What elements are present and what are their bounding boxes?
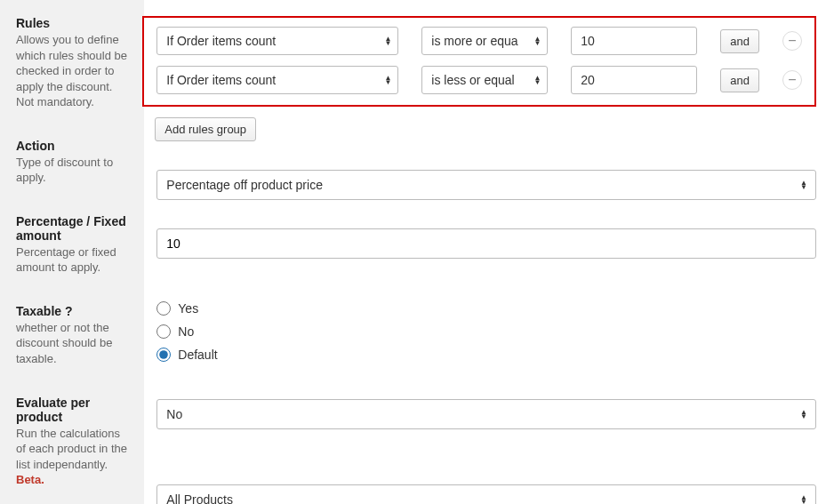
taxable-yes-label: Yes [178,301,198,316]
main-content: ▲▼ ▲▼ and − ▲▼ ▲▼ [144,0,834,504]
percentage-input[interactable] [156,228,816,259]
add-rules-group-button[interactable]: Add rules group [155,117,256,141]
sidebar-taxable-desc: whether or not the discount should be ta… [16,320,130,367]
rule-row: ▲▼ ▲▼ and − [156,66,802,94]
rule-join-button[interactable]: and [720,68,759,92]
rule-value-input[interactable] [571,27,697,55]
rule-join-button[interactable]: and [720,29,759,53]
sidebar-evaluate-desc: Run the calculations of each product in … [16,426,130,473]
rule-condition-select[interactable] [156,66,398,94]
rule-value-input[interactable] [571,66,697,94]
rule-row: ▲▼ ▲▼ and − [156,27,802,55]
sidebar-percentage-title: Percentage / Fixed amount [16,214,130,243]
products-list-select[interactable] [156,484,816,504]
sidebar-evaluate-title: Evaluate per product [16,396,130,424]
sidebar-evaluate: Evaluate per product Run the calculation… [16,396,130,488]
rule-remove-button[interactable]: − [782,31,802,51]
rule-remove-button[interactable]: − [782,70,802,90]
rule-condition-select[interactable] [156,27,398,55]
settings-sidebar: Rules Allows you to define which rules s… [0,0,144,504]
taxable-default-option[interactable]: Default [156,348,816,362]
sidebar-taxable: Taxable ? whether or not the discount sh… [16,304,130,367]
sidebar-percentage: Percentage / Fixed amount Percentage or … [16,214,130,276]
minus-icon: − [788,34,796,48]
taxable-yes-radio[interactable] [156,301,171,316]
taxable-no-label: No [178,324,194,339]
sidebar-action-desc: Type of discount to apply. [16,155,130,186]
taxable-yes-option[interactable]: Yes [156,301,816,316]
sidebar-action-title: Action [16,139,130,153]
rule-operator-select[interactable] [421,66,548,94]
sidebar-evaluate-beta: Beta. [16,472,130,488]
sidebar-rules: Rules Allows you to define which rules s… [16,16,130,110]
action-select[interactable] [156,170,816,200]
rule-operator-select[interactable] [421,27,548,55]
sidebar-percentage-desc: Percentage or fixed amount to apply. [16,244,130,276]
sidebar-rules-title: Rules [16,16,130,30]
sidebar-action: Action Type of discount to apply. [16,139,130,186]
taxable-radio-group: Yes No Default [156,301,816,362]
taxable-default-label: Default [178,348,217,362]
minus-icon: − [788,73,796,87]
taxable-no-option[interactable]: No [156,324,816,339]
sidebar-taxable-title: Taxable ? [16,304,130,318]
rules-group-highlight: ▲▼ ▲▼ and − ▲▼ ▲▼ [142,16,816,107]
sidebar-rules-desc: Allows you to define which rules should … [16,32,130,110]
taxable-no-radio[interactable] [156,324,171,339]
evaluate-select[interactable] [156,399,816,429]
taxable-default-radio[interactable] [156,348,171,362]
